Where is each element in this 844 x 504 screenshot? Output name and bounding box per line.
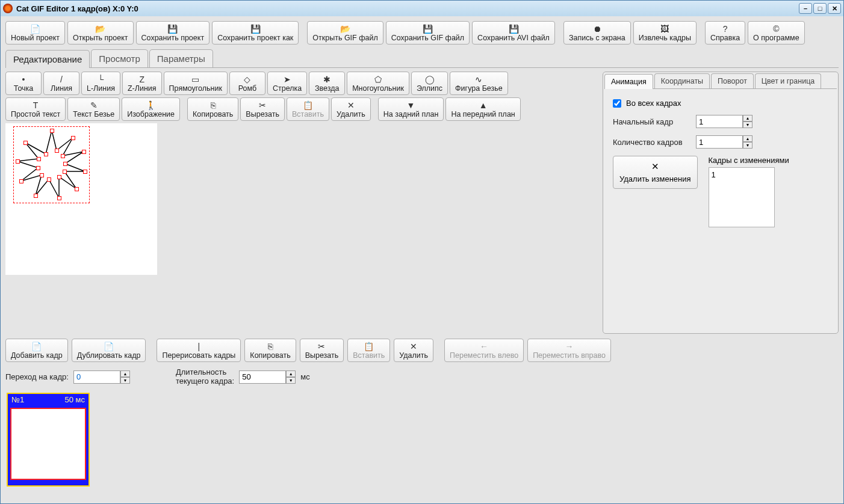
- frame-count-input[interactable]: [696, 135, 743, 149]
- cut-button[interactable]: ✂Вырезать: [240, 97, 285, 121]
- paste-icon: 📋: [303, 100, 313, 110]
- vertex-handle[interactable]: [63, 170, 67, 174]
- polygon-button[interactable]: ⬠Многоугольник: [347, 72, 409, 95]
- about-button[interactable]: ©О программе: [748, 21, 804, 45]
- tab-2[interactable]: Параметры: [149, 49, 213, 67]
- vertex-handle[interactable]: [23, 141, 28, 145]
- ellipse-button[interactable]: ◯Эллипс: [411, 72, 448, 95]
- tab-0[interactable]: Редактирование: [5, 50, 90, 68]
- vertex-handle[interactable]: [57, 196, 61, 200]
- bring-front-label: На передний план: [451, 110, 515, 118]
- new-project-button[interactable]: 📄Новый проект: [5, 21, 65, 45]
- spin-up[interactable]: ▲: [743, 115, 752, 121]
- spin-up[interactable]: ▲: [120, 370, 130, 377]
- line-button[interactable]: /Линия: [43, 72, 79, 95]
- frame-ops-toolbar: 📄Добавить кадр📄Дублировать кадр|Перерисо…: [5, 339, 839, 362]
- bring-front-button[interactable]: ▲На передний план: [445, 97, 520, 121]
- close-button[interactable]: ✕: [828, 3, 841, 14]
- spin-up[interactable]: ▲: [286, 370, 296, 377]
- image-button[interactable]: 🚶Изображение: [122, 97, 180, 121]
- z-line-label: Z-Линия: [128, 84, 157, 93]
- vertex-handle[interactable]: [61, 154, 65, 158]
- vertex-handle[interactable]: [57, 175, 61, 179]
- sidetab-2[interactable]: Поворот: [711, 73, 754, 88]
- open-gif-button[interactable]: 📂Открыть GIF файл: [307, 21, 383, 45]
- add-frame-button[interactable]: 📄Добавить кадр: [5, 339, 68, 362]
- arrow-button[interactable]: ➤Стрелка: [267, 72, 307, 95]
- point-button[interactable]: •Точка: [5, 72, 42, 95]
- star-button[interactable]: ✱Звезда: [309, 72, 345, 95]
- bezier-icon: ∿: [475, 75, 482, 84]
- frame-thumb-1[interactable]: №1 50 мс: [7, 393, 90, 487]
- rhomb-button[interactable]: ◇Ромб: [229, 72, 265, 95]
- close-icon: ✕: [651, 161, 659, 172]
- screen-record-button[interactable]: ⏺Запись с экрана: [563, 21, 631, 45]
- vertex-handle[interactable]: [16, 159, 20, 164]
- move-left-icon: ←: [480, 342, 488, 351]
- vertex-handle[interactable]: [44, 152, 48, 156]
- start-frame-input[interactable]: [696, 115, 743, 128]
- tab-1[interactable]: Просмотр: [91, 49, 148, 67]
- save-project-as-button[interactable]: 💾Сохранить проект как: [212, 21, 299, 45]
- save-project-button[interactable]: 💾Сохранить проект: [136, 21, 210, 45]
- spin-down[interactable]: ▼: [743, 121, 752, 128]
- vertex-handle[interactable]: [82, 150, 86, 154]
- cut2-button[interactable]: ✂Вырезать: [300, 339, 344, 362]
- copy-button[interactable]: ⎘Копировать: [187, 97, 238, 121]
- vertex-handle[interactable]: [50, 129, 54, 133]
- vertex-handle[interactable]: [63, 162, 67, 166]
- spin-down[interactable]: ▼: [743, 142, 752, 149]
- open-project-button[interactable]: 📂Открыть проект: [67, 21, 134, 45]
- vertex-handle[interactable]: [37, 157, 41, 161]
- send-back-button[interactable]: ▼На задний план: [378, 97, 444, 121]
- bezier-text-button[interactable]: ✎Текст Безье: [67, 97, 120, 121]
- vertex-handle[interactable]: [34, 194, 38, 198]
- all-frames-checkbox[interactable]: [613, 99, 621, 108]
- sidetab-3[interactable]: Цвет и граница: [755, 73, 821, 88]
- duration-input[interactable]: [239, 370, 286, 384]
- delete-button[interactable]: ✕Удалить: [331, 97, 371, 121]
- vertex-handle[interactable]: [19, 179, 23, 183]
- sidetab-0[interactable]: Анимация: [604, 74, 653, 89]
- vertex-handle[interactable]: [71, 136, 75, 140]
- bezier-button[interactable]: ∿Фигура Безье: [450, 72, 508, 95]
- l-line-button[interactable]: └L-Линия: [81, 72, 120, 95]
- vertex-handle[interactable]: [55, 149, 59, 153]
- delete2-button[interactable]: ✕Удалить: [394, 339, 433, 362]
- vertex-handle[interactable]: [75, 187, 79, 191]
- redraw-frames-button[interactable]: |Перерисовать кадры: [157, 339, 241, 362]
- vertex-handle[interactable]: [36, 166, 40, 170]
- sidetab-1[interactable]: Координаты: [654, 73, 710, 88]
- help-button[interactable]: ?Справка: [705, 21, 745, 45]
- spin-down[interactable]: ▼: [120, 377, 130, 384]
- spin-up[interactable]: ▲: [743, 135, 752, 142]
- plain-text-button[interactable]: TПростой текст: [5, 97, 66, 121]
- vertex-handle[interactable]: [40, 173, 44, 177]
- frame-thumbnails[interactable]: №1 50 мс: [5, 390, 839, 499]
- canvas[interactable]: [5, 123, 157, 275]
- save-gif-label: Сохранить GIF файл: [391, 34, 464, 42]
- spin-down[interactable]: ▼: [286, 377, 296, 384]
- cut2-icon: ✂: [318, 342, 325, 351]
- shape-star[interactable]: [5, 123, 157, 275]
- save-gif-button[interactable]: 💾Сохранить GIF файл: [386, 21, 470, 45]
- vertex-handle[interactable]: [47, 177, 51, 182]
- extract-frames-button[interactable]: 🖼Извлечь кадры: [633, 21, 697, 45]
- side-panel: АнимацияКоординатыПоворотЦвет и граница …: [603, 72, 839, 334]
- maximize-button[interactable]: □: [813, 3, 827, 14]
- canvas-area[interactable]: [5, 123, 599, 334]
- goto-frame-input[interactable]: [73, 370, 120, 384]
- dup-frame-button[interactable]: 📄Дублировать кадр: [72, 339, 146, 362]
- minimize-button[interactable]: –: [799, 3, 812, 14]
- window-title: Cat GIF Editor 1 кадр(ов) X:0 Y:0: [16, 4, 799, 13]
- side-tabs: АнимацияКоординатыПоворотЦвет и граница: [604, 73, 837, 89]
- changes-list[interactable]: 1: [709, 167, 775, 227]
- copy2-button[interactable]: ⎘Копировать: [244, 339, 296, 362]
- rect-button[interactable]: ▭Прямоугольник: [164, 72, 228, 95]
- save-avi-button[interactable]: 💾Сохранить AVI файл: [472, 21, 555, 45]
- save-project-as-label: Сохранить проект как: [217, 34, 293, 42]
- z-line-button[interactable]: ZZ-Линия: [122, 72, 162, 95]
- delete-changes-button[interactable]: ✕ Удалить изменения: [613, 156, 698, 189]
- delete-icon: ✕: [347, 100, 355, 110]
- vertex-handle[interactable]: [83, 170, 87, 174]
